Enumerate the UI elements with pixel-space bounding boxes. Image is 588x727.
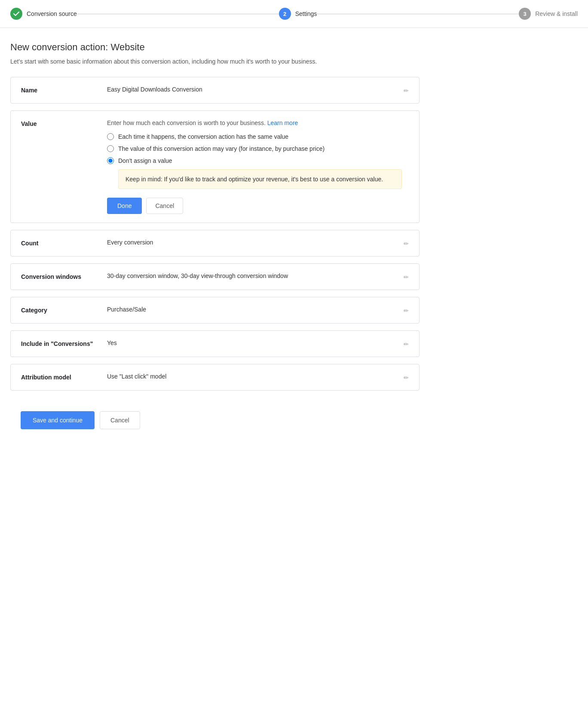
include-conversions-edit-button[interactable]: [404, 339, 409, 348]
conversion-windows-edit-button[interactable]: [404, 272, 409, 281]
radio-same-value-input[interactable]: [107, 133, 114, 140]
name-section: Name Easy Digital Downloads Conversion: [10, 77, 420, 104]
count-section: Count Every conversion: [10, 230, 420, 257]
category-edit-button[interactable]: [404, 306, 409, 315]
step-connector-2: [317, 14, 519, 14]
radio-vary-value: The value of this conversion action may …: [107, 145, 409, 152]
step-icon-settings: 2: [279, 8, 291, 20]
value-label: Value: [21, 119, 107, 127]
radio-same-value-label[interactable]: Each time it happens, the conversion act…: [118, 133, 288, 140]
attribution-model-section: Attribution model Use "Last click" model: [10, 364, 420, 391]
attribution-model-row: Attribution model Use "Last click" model: [11, 364, 419, 390]
value-description: Enter how much each conversion is worth …: [107, 119, 409, 126]
conversion-windows-section: Conversion windows 30-day conversion win…: [10, 263, 420, 290]
tip-text: Keep in mind: If you'd like to track and…: [126, 176, 383, 183]
name-label: Name: [21, 86, 107, 94]
step-icon-review-install: 3: [519, 8, 531, 20]
cancel-main-button[interactable]: Cancel: [100, 411, 140, 429]
page-subtitle: Let's start with some basic information …: [10, 58, 420, 65]
category-section: Category Purchase/Sale: [10, 297, 420, 324]
value-section: Value Enter how much each conversion is …: [10, 110, 420, 223]
category-label: Category: [21, 306, 107, 314]
conversion-windows-row: Conversion windows 30-day conversion win…: [11, 264, 419, 290]
category-section-row: Category Purchase/Sale: [11, 297, 419, 323]
radio-vary-value-input[interactable]: [107, 145, 114, 152]
tip-box: Keep in mind: If you'd like to track and…: [118, 169, 402, 189]
include-conversions-row: Include in "Conversions" Yes: [11, 331, 419, 357]
count-label: Count: [21, 239, 107, 247]
name-section-row: Name Easy Digital Downloads Conversion: [11, 77, 419, 103]
done-button[interactable]: Done: [107, 198, 142, 214]
radio-no-value: Don't assign a value: [107, 157, 409, 164]
step-label-conversion-source: Conversion source: [27, 10, 77, 17]
name-value: Easy Digital Downloads Conversion: [107, 86, 397, 93]
save-continue-button[interactable]: Save and continue: [21, 411, 95, 429]
radio-no-value-label[interactable]: Don't assign a value: [118, 157, 172, 164]
learn-more-link[interactable]: Learn more: [267, 119, 298, 126]
attribution-model-value: Use "Last click" model: [107, 373, 397, 380]
value-button-group: Done Cancel: [107, 198, 409, 214]
step-review-install: 3 Review & install: [519, 8, 578, 20]
include-conversions-value: Yes: [107, 339, 397, 346]
main-content: New conversion action: Website Let's sta…: [0, 28, 430, 457]
attribution-model-edit-button[interactable]: [404, 373, 409, 382]
step-conversion-source: Conversion source: [10, 8, 77, 20]
radio-no-value-input[interactable]: [107, 157, 114, 164]
stepper: Conversion source 2 Settings 3 Review & …: [0, 0, 588, 28]
radio-same-value: Each time it happens, the conversion act…: [107, 133, 409, 140]
count-edit-button[interactable]: [404, 239, 409, 247]
step-label-review-install: Review & install: [535, 10, 578, 17]
name-edit-button[interactable]: [404, 86, 409, 95]
value-cancel-button[interactable]: Cancel: [146, 198, 183, 214]
radio-vary-value-label[interactable]: The value of this conversion action may …: [118, 145, 325, 152]
count-value: Every conversion: [107, 239, 397, 246]
include-conversions-label: Include in "Conversions": [21, 339, 107, 347]
step-settings: 2 Settings: [279, 8, 317, 20]
step-label-settings: Settings: [295, 10, 317, 17]
step-icon-conversion-source: [10, 8, 22, 20]
page-title: New conversion action: Website: [10, 42, 420, 53]
step-connector-1: [77, 14, 279, 14]
conversion-windows-label: Conversion windows: [21, 272, 107, 280]
category-value: Purchase/Sale: [107, 306, 397, 313]
value-section-content: Value Enter how much each conversion is …: [11, 111, 419, 223]
conversion-windows-value: 30-day conversion window, 30-day view-th…: [107, 272, 397, 279]
include-conversions-section: Include in "Conversions" Yes: [10, 330, 420, 357]
attribution-model-label: Attribution model: [21, 373, 107, 381]
count-section-row: Count Every conversion: [11, 230, 419, 256]
bottom-actions: Save and continue Cancel: [10, 397, 420, 443]
